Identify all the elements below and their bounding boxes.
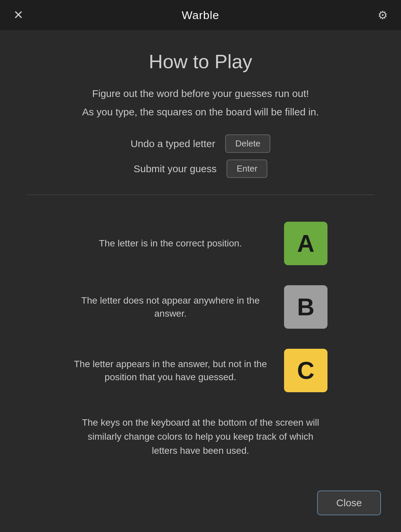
main-content: How to Play Figure out the word before y…	[0, 30, 401, 484]
undo-control-row: Undo a typed letter Delete	[131, 134, 271, 153]
hint-text-gray: The letter does not appear anywhere in t…	[74, 294, 267, 320]
divider	[27, 195, 374, 195]
hint-tile-green: A	[284, 222, 327, 265]
keyboard-note: The keys on the keyboard at the bottom o…	[50, 409, 351, 464]
submit-label: Submit your guess	[134, 163, 217, 175]
title-bar: ✕ Warble ⚙	[0, 0, 401, 30]
intro-line-2: As you type, the squares on the board wi…	[82, 104, 319, 119]
undo-label: Undo a typed letter	[131, 138, 216, 149]
settings-button[interactable]: ⚙	[378, 8, 388, 22]
close-window-button[interactable]: ✕	[13, 9, 23, 21]
hint-row-yellow: The letter appears in the answer, but no…	[27, 339, 374, 402]
delete-key[interactable]: Delete	[225, 134, 270, 153]
hint-rows: The letter is in the correct position. A…	[27, 212, 374, 402]
enter-key[interactable]: Enter	[227, 159, 267, 178]
footer: Close	[0, 484, 401, 532]
app-title: Warble	[182, 9, 219, 22]
submit-control-row: Submit your guess Enter	[134, 159, 268, 178]
controls-section: Undo a typed letter Delete Submit your g…	[27, 134, 374, 178]
hint-row-green: The letter is in the correct position. A	[27, 212, 374, 275]
hint-text-green: The letter is in the correct position.	[74, 237, 267, 250]
intro-line-1: Figure out the word before your guesses …	[92, 86, 309, 101]
close-button[interactable]: Close	[317, 491, 381, 515]
hint-row-gray: The letter does not appear anywhere in t…	[27, 275, 374, 339]
hint-tile-gray: B	[284, 285, 327, 329]
hint-tile-yellow: C	[284, 349, 327, 392]
page-title: How to Play	[149, 50, 252, 73]
hint-text-yellow: The letter appears in the answer, but no…	[74, 357, 267, 384]
